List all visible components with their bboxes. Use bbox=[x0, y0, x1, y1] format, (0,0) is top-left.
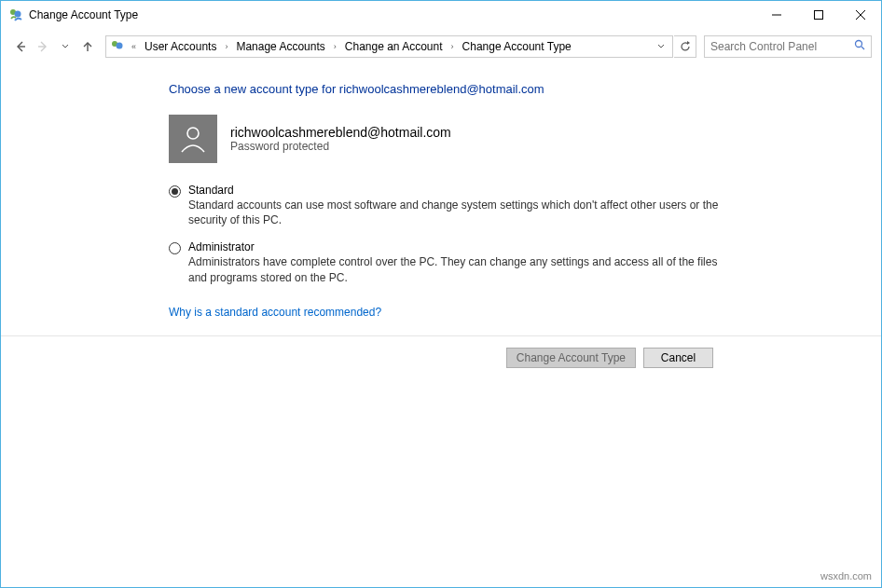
recent-dropdown[interactable] bbox=[55, 36, 76, 57]
back-arrow-icon bbox=[14, 40, 27, 53]
search-box[interactable] bbox=[704, 35, 872, 58]
breadcrumb-dropdown[interactable] bbox=[657, 43, 668, 50]
forward-button bbox=[33, 36, 53, 57]
chevron-down-icon bbox=[657, 43, 665, 50]
maximize-icon bbox=[814, 10, 823, 20]
chevron-right-icon: › bbox=[222, 42, 230, 51]
window-controls bbox=[755, 1, 881, 29]
option-standard[interactable]: Standard Standard accounts can use most … bbox=[169, 184, 728, 227]
control-panel-icon bbox=[110, 39, 125, 54]
radio-standard[interactable] bbox=[169, 185, 181, 198]
window-title: Change Account Type bbox=[29, 8, 755, 21]
radio-administrator[interactable] bbox=[169, 242, 181, 254]
close-button[interactable] bbox=[839, 1, 881, 29]
page-heading: Choose a new account type for richwoolca… bbox=[169, 82, 881, 96]
breadcrumb-item[interactable]: Change an Account bbox=[341, 38, 447, 55]
svg-rect-3 bbox=[814, 11, 822, 20]
minimize-button[interactable] bbox=[755, 1, 797, 29]
option-label: Standard bbox=[188, 184, 728, 197]
breadcrumb-item[interactable]: Change Account Type bbox=[459, 38, 575, 55]
person-icon bbox=[176, 122, 210, 156]
navigation-bar: « User Accounts › Manage Accounts › Chan… bbox=[1, 29, 881, 63]
help-link[interactable]: Why is a standard account recommended? bbox=[169, 306, 381, 319]
breadcrumb-item[interactable]: Manage Accounts bbox=[232, 38, 328, 55]
back-button[interactable] bbox=[10, 36, 31, 57]
up-arrow-icon bbox=[81, 40, 94, 53]
account-status: Password protected bbox=[230, 140, 451, 153]
account-name: richwoolcashmereblend@hotmail.com bbox=[230, 125, 451, 140]
svg-line-12 bbox=[861, 47, 864, 49]
account-summary: richwoolcashmereblend@hotmail.com Passwo… bbox=[169, 115, 881, 163]
option-description: Administrators have complete control ove… bbox=[188, 254, 728, 284]
change-account-type-button[interactable]: Change Account Type bbox=[506, 348, 636, 368]
svg-point-10 bbox=[117, 42, 123, 48]
main-content: Choose a new account type for richwoolca… bbox=[1, 63, 881, 319]
breadcrumb-item[interactable]: User Accounts bbox=[141, 38, 220, 55]
forward-arrow-icon bbox=[36, 40, 49, 53]
breadcrumb-overflow[interactable]: « bbox=[129, 42, 139, 51]
avatar bbox=[169, 115, 217, 163]
button-row: Change Account Type Cancel bbox=[1, 336, 881, 368]
close-icon bbox=[856, 10, 865, 20]
chevron-down-icon bbox=[62, 43, 69, 50]
minimize-icon bbox=[772, 10, 781, 20]
svg-point-1 bbox=[15, 11, 21, 18]
title-bar: Change Account Type bbox=[1, 1, 881, 29]
refresh-icon bbox=[680, 41, 691, 52]
search-icon[interactable] bbox=[854, 39, 865, 53]
svg-point-13 bbox=[187, 128, 199, 139]
maximize-button[interactable] bbox=[797, 1, 839, 29]
svg-point-11 bbox=[856, 41, 862, 48]
option-administrator[interactable]: Administrator Administrators have comple… bbox=[169, 240, 728, 284]
refresh-button[interactable] bbox=[674, 35, 696, 58]
option-label: Administrator bbox=[188, 240, 728, 253]
option-description: Standard accounts can use most software … bbox=[188, 198, 728, 227]
chevron-right-icon: › bbox=[448, 42, 457, 51]
app-icon bbox=[8, 7, 23, 22]
chevron-right-icon: › bbox=[331, 42, 339, 51]
cancel-button[interactable]: Cancel bbox=[643, 348, 713, 368]
watermark: wsxdn.com bbox=[820, 570, 872, 581]
breadcrumb[interactable]: « User Accounts › Manage Accounts › Chan… bbox=[105, 35, 673, 58]
up-button[interactable] bbox=[77, 36, 98, 57]
search-input[interactable] bbox=[710, 40, 854, 53]
